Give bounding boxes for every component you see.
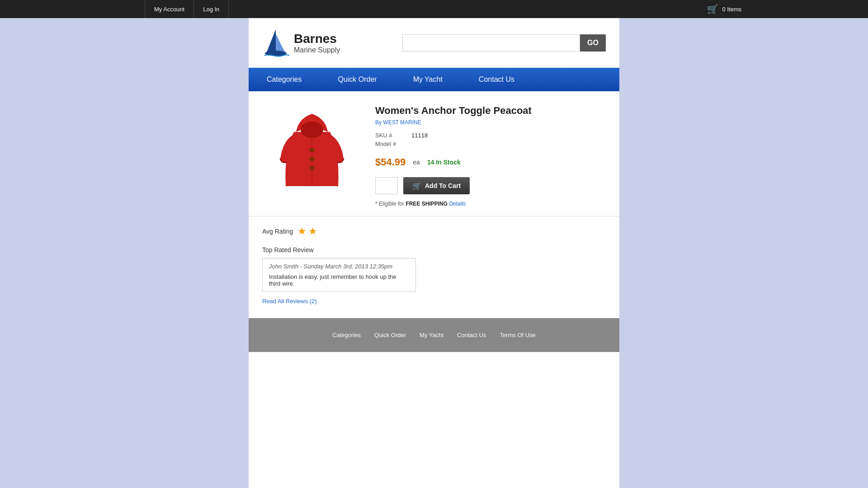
- main-content: Barnes Marine Supply GO Categories Quick…: [249, 18, 619, 488]
- add-to-cart-row: 🛒 Add To Cart: [375, 177, 606, 194]
- price-row: $54.99 ea 14 In Stock: [375, 156, 606, 168]
- top-bar: My Account Log In 🛒 0 Items: [0, 0, 868, 18]
- price-unit: ea: [413, 159, 420, 166]
- model-row: Model #: [375, 141, 606, 147]
- nav-my-yacht[interactable]: My Yacht: [395, 68, 461, 91]
- top-rated-label: Top Rated Review: [262, 246, 606, 253]
- product-details: Women's Anchor Toggle Peacoat By WEST MA…: [375, 105, 606, 207]
- free-shipping-text: FREE SHIPPING: [406, 201, 448, 207]
- header: Barnes Marine Supply GO: [249, 18, 619, 68]
- add-to-cart-label: Add To Cart: [425, 182, 461, 189]
- review-text: Installation is easy, just remember to h…: [269, 273, 409, 287]
- nav-categories[interactable]: Categories: [249, 68, 320, 91]
- avg-rating-row: Avg Rating ★ ★: [262, 225, 606, 237]
- model-label: Model #: [375, 141, 402, 147]
- product-price: $54.99: [375, 156, 406, 168]
- search-input[interactable]: [402, 34, 580, 52]
- my-account-link[interactable]: My Account: [145, 0, 194, 18]
- product-area: Women's Anchor Toggle Peacoat By WEST MA…: [249, 91, 619, 216]
- login-link[interactable]: Log In: [194, 0, 229, 18]
- stock-status: 14 In Stock: [427, 159, 461, 166]
- cart-btn-icon: 🛒: [412, 182, 421, 190]
- avg-rating-label: Avg Rating: [262, 228, 293, 235]
- top-bar-right: 🛒 0 Items: [707, 4, 868, 14]
- cart-count: 0 Items: [722, 6, 741, 13]
- add-to-cart-button[interactable]: 🛒 Add To Cart: [403, 177, 470, 194]
- nav-quick-order[interactable]: Quick Order: [320, 68, 395, 91]
- top-bar-left: My Account Log In: [145, 0, 707, 18]
- review-author: John Smith - Sunday March 3rd, 2013 12:3…: [269, 263, 409, 270]
- footer-quick-order[interactable]: Quick Order: [374, 332, 406, 338]
- shipping-details-link[interactable]: Details: [449, 201, 466, 207]
- logo-text: Barnes Marine Supply: [294, 32, 340, 54]
- logo-area: Barnes Marine Supply: [262, 27, 389, 59]
- star-2: ★: [308, 225, 317, 237]
- nav-bar: Categories Quick Order My Yacht Contact …: [249, 68, 619, 91]
- product-image: [267, 105, 357, 204]
- product-brand: By WEST MARINE: [375, 119, 606, 126]
- reviews-area: Avg Rating ★ ★ Top Rated Review John Smi…: [249, 216, 619, 314]
- sku-label: SKU #: [375, 132, 402, 139]
- footer-terms[interactable]: Terms Of Use: [500, 332, 535, 338]
- svg-marker-0: [267, 29, 276, 52]
- footer-categories[interactable]: Categories: [332, 332, 361, 338]
- product-title: Women's Anchor Toggle Peacoat: [375, 105, 606, 117]
- cart-icon: 🛒: [707, 4, 718, 14]
- footer-contact-us[interactable]: Contact Us: [457, 332, 486, 338]
- sku-row: SKU # 11118: [375, 132, 606, 139]
- search-button[interactable]: GO: [580, 34, 606, 52]
- star-1: ★: [297, 225, 307, 237]
- quantity-input[interactable]: [375, 177, 398, 194]
- footer-my-yacht[interactable]: My Yacht: [420, 332, 443, 338]
- stars: ★ ★: [297, 225, 317, 237]
- nav-contact-us[interactable]: Contact Us: [461, 68, 533, 91]
- review-box: John Smith - Sunday March 3rd, 2013 12:3…: [262, 258, 416, 292]
- free-shipping-note: * Eligible for FREE SHIPPING Details: [375, 201, 606, 207]
- sku-value: 11118: [411, 132, 428, 139]
- svg-marker-1: [276, 34, 285, 52]
- product-image-area: [262, 105, 362, 207]
- read-all-reviews-link[interactable]: Read All Reviews (2): [262, 298, 317, 305]
- search-area: GO: [402, 34, 606, 52]
- footer: Categories Quick Order My Yacht Contact …: [249, 318, 619, 352]
- logo-icon: [262, 27, 289, 59]
